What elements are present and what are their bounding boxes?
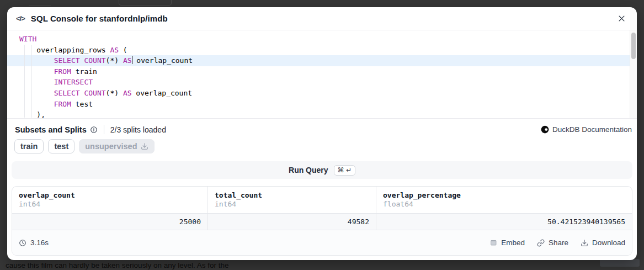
close-button[interactable] — [615, 12, 628, 25]
code-line[interactable]: overlapping_rows AS ( — [7, 45, 630, 56]
info-icon[interactable] — [90, 126, 98, 134]
column-header-overlap_count: overlap_countint64 — [12, 187, 207, 213]
column-type: int64 — [215, 200, 369, 208]
action-label: Download — [592, 239, 625, 247]
action-label: Embed — [501, 239, 525, 247]
splits-loaded-status: 2/3 splits loaded — [110, 125, 166, 134]
column-type: float64 — [383, 200, 625, 208]
sql-text: train — [71, 67, 97, 76]
modal-header: </> SQL Console for stanfordnlp/imdb — [7, 7, 637, 30]
column-name: overlap_count — [19, 191, 201, 199]
table-header-row: overlap_countint64total_countint64overla… — [12, 187, 632, 214]
code-line[interactable]: FROM test — [7, 99, 630, 110]
sql-keyword: AS — [123, 56, 132, 65]
background-ghost-element — [29, 0, 51, 6]
sql-text: overlap_count — [132, 56, 193, 65]
code-line[interactable]: SELECT COUNT(*) AS overlap_count — [7, 88, 630, 99]
screen: cause this film can hardly be taken seri… — [0, 0, 644, 270]
sql-text: overlap_count — [132, 89, 193, 97]
background-page-text: cause this film can hardly be taken seri… — [6, 261, 228, 269]
sql-text: (*) — [106, 56, 123, 65]
sql-keyword: COUNT — [84, 89, 105, 97]
duckdb-documentation-label: DuckDB Documentation — [552, 125, 632, 134]
table-cell: 25000 — [12, 214, 207, 230]
column-header-overlap_percentage: overlap_percentagefloat64 — [376, 187, 632, 213]
sql-keyword: COUNT — [84, 56, 105, 65]
table-cell: 49582 — [207, 214, 376, 230]
sql-editor[interactable]: WITH overlapping_rows AS ( SELECT COUNT(… — [7, 30, 637, 119]
column-type: int64 — [19, 200, 201, 208]
close-icon — [618, 14, 626, 23]
run-query-button[interactable]: Run Query ⌘ ↵ — [12, 161, 632, 179]
download-button[interactable]: Download — [581, 239, 625, 247]
split-pill-unsupervised[interactable]: unsupervised — [79, 139, 154, 153]
background-ghost-element — [119, 0, 172, 6]
share-icon — [537, 239, 545, 247]
sql-text: overlapping_rows — [19, 46, 110, 54]
sql-keyword: FROM — [54, 67, 71, 76]
split-pills-row: traintestunsupervised — [12, 139, 632, 153]
sql-text — [19, 89, 54, 97]
sql-keyword: FROM — [54, 100, 71, 108]
subsets-title: Subsets and Splits — [15, 125, 87, 134]
split-pill-label: test — [54, 142, 68, 151]
sql-text — [19, 67, 54, 76]
split-pill-test[interactable]: test — [48, 139, 74, 153]
background-ghost-element — [600, 259, 640, 267]
split-pill-label: unsupervised — [85, 142, 137, 151]
column-name: overlap_percentage — [383, 191, 625, 199]
sql-text: test — [71, 100, 93, 108]
code-line[interactable]: ), — [7, 109, 630, 119]
download-icon — [581, 239, 588, 247]
results-table: overlap_countint64total_countint64overla… — [12, 186, 632, 256]
table-row: 250004958250.421523940139565 — [12, 214, 632, 230]
code-line[interactable]: SELECT COUNT(*) AS overlap_count — [7, 55, 630, 66]
sql-keyword: SELECT — [54, 56, 80, 65]
sql-keyword: AS — [123, 89, 132, 97]
code-icon: </> — [16, 14, 25, 23]
sql-text — [19, 56, 54, 65]
sql-keyword: WITH — [19, 35, 36, 43]
table-cell: 50.421523940139565 — [376, 214, 632, 230]
vertical-divider — [104, 125, 104, 134]
footer-actions: EmbedShareDownload — [490, 239, 625, 247]
download-icon — [141, 142, 148, 150]
editor-scrollbar[interactable] — [630, 30, 637, 118]
embed-icon — [490, 239, 497, 246]
share-button[interactable]: Share — [537, 239, 568, 247]
modal-title: SQL Console for stanfordnlp/imdb — [31, 14, 168, 23]
sql-text: (*) — [106, 89, 123, 97]
elapsed-value: 3.16s — [30, 239, 49, 247]
scrollbar-thumb[interactable] — [631, 33, 636, 59]
duckdb-documentation-link[interactable]: DuckDB Documentation — [541, 125, 632, 134]
code-line[interactable]: WITH — [7, 34, 630, 45]
query-elapsed-time: 3.16s — [19, 239, 49, 247]
embed-button[interactable]: Embed — [490, 239, 525, 247]
table-footer: 3.16s EmbedShareDownload — [12, 230, 632, 255]
sql-keyword: INTERSECT — [54, 78, 93, 86]
sql-keyword: SELECT — [54, 89, 80, 97]
sql-text — [19, 100, 54, 108]
sql-text — [19, 78, 54, 86]
sql-text: ), — [19, 110, 45, 119]
code-line[interactable]: INTERSECT — [7, 77, 630, 88]
action-label: Share — [549, 239, 568, 247]
sql-keyword: AS — [110, 46, 119, 54]
clock-icon — [19, 239, 26, 247]
split-pill-train[interactable]: train — [14, 139, 44, 153]
code-lines: WITH overlapping_rows AS ( SELECT COUNT(… — [7, 34, 637, 119]
duckdb-logo-icon — [541, 125, 549, 134]
keyboard-shortcut-badge: ⌘ ↵ — [334, 165, 355, 176]
subsets-row: Subsets and Splits 2/3 splits loaded Duc… — [12, 125, 632, 134]
split-pill-label: train — [20, 142, 38, 151]
run-query-label: Run Query — [289, 166, 328, 174]
table-body: 250004958250.421523940139565 — [12, 214, 632, 230]
column-header-total_count: total_countint64 — [207, 187, 376, 213]
sql-console-modal: </> SQL Console for stanfordnlp/imdb WIT… — [7, 7, 637, 260]
sql-text: ( — [119, 46, 127, 54]
code-line[interactable]: FROM train — [7, 66, 630, 77]
column-name: total_count — [215, 191, 369, 199]
